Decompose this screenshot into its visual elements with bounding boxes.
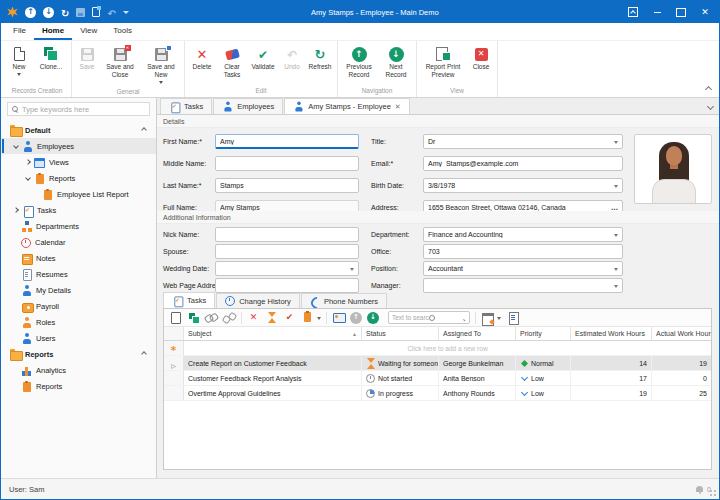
table-row[interactable]: Overtime Approval Guidelines In progress…: [164, 386, 711, 401]
detail-tab-change-history[interactable]: Change History: [216, 293, 300, 308]
new-button[interactable]: New: [5, 43, 33, 85]
cell-priority[interactable]: Low: [516, 386, 571, 400]
new-task-button[interactable]: [169, 311, 182, 324]
save-and-close-button[interactable]: Save and Close: [100, 43, 140, 86]
detail-tab-phone-numbers[interactable]: Phone Numbers: [301, 293, 387, 308]
assign-employee-button[interactable]: [332, 311, 345, 324]
cell-actual-hours[interactable]: 0: [652, 371, 711, 385]
birth-date-combo[interactable]: 3/8/1978: [423, 178, 623, 193]
clear-tasks-button[interactable]: Clear Tasks: [217, 43, 247, 85]
tab-file[interactable]: File: [5, 23, 34, 40]
manager-combo[interactable]: [423, 278, 623, 293]
sidebar-item-payroll[interactable]: Payroll: [1, 298, 156, 314]
previous-record-button[interactable]: [350, 312, 362, 324]
cell-subject[interactable]: Create Report on Customer Feedback: [184, 356, 362, 370]
sidebar-item-tasks[interactable]: Tasks: [1, 202, 156, 218]
mark-complete-button[interactable]: [283, 311, 296, 324]
chevron-down-icon[interactable]: [497, 317, 501, 322]
tab-close-icon[interactable]: [395, 102, 401, 111]
column-header-estimated-work-hours[interactable]: Estimated Work Hours: [571, 327, 652, 340]
sidebar-item-analytics[interactable]: Analytics: [1, 362, 156, 378]
chevron-down-icon[interactable]: [317, 317, 321, 322]
validate-button[interactable]: Validate: [247, 43, 279, 85]
sidebar-item-calendar[interactable]: Calendar: [1, 234, 156, 250]
qat-dropdown-icon[interactable]: [123, 11, 129, 17]
resize-grip[interactable]: [709, 489, 717, 497]
cell-estimated-hours[interactable]: 19: [571, 386, 652, 400]
next-record-button[interactable]: Next Record: [378, 43, 414, 85]
column-header-status[interactable]: Status: [362, 327, 439, 340]
new-window-icon[interactable]: [92, 7, 100, 17]
close-view-button[interactable]: Close: [467, 43, 495, 85]
previous-record-button[interactable]: Previous Record: [340, 43, 378, 85]
sidebar-item-departments[interactable]: Departments: [1, 218, 156, 234]
tab-view[interactable]: View: [72, 23, 105, 40]
next-record-button[interactable]: [367, 312, 379, 324]
email-input[interactable]: Amy_Stamps@example.com: [423, 156, 623, 171]
layout-options-button[interactable]: [481, 311, 494, 324]
delete-task-button[interactable]: [247, 311, 260, 324]
chevron-down-icon[interactable]: [614, 185, 618, 190]
chevron-down-icon[interactable]: [614, 268, 618, 273]
sidebar-item-users[interactable]: Users: [1, 330, 156, 346]
row-indicator[interactable]: [164, 386, 184, 400]
refresh-icon[interactable]: [61, 3, 69, 21]
cell-actual-hours[interactable]: 25: [652, 386, 711, 400]
sidebar-item-resumes[interactable]: Resumes: [1, 266, 156, 282]
expander-closed-icon[interactable]: [13, 207, 19, 213]
position-combo[interactable]: Accountant: [423, 261, 623, 276]
last-name-input[interactable]: Stamps: [215, 178, 359, 193]
chevron-down-icon[interactable]: [614, 234, 618, 239]
clone-task-button[interactable]: [187, 311, 200, 324]
minimize-button[interactable]: [645, 3, 669, 21]
column-header-assigned-to[interactable]: Assigned To: [439, 327, 516, 340]
tab-list-chevron-icon[interactable]: [707, 103, 714, 110]
cell-assigned-to[interactable]: Anita Benson: [439, 371, 516, 385]
delete-button[interactable]: Delete: [187, 43, 217, 85]
close-button[interactable]: [693, 3, 717, 21]
cell-actual-hours[interactable]: 19: [652, 356, 711, 370]
cell-subject[interactable]: Customer Feedback Report Analysis: [184, 371, 362, 385]
unlink-button[interactable]: [223, 311, 236, 324]
sidebar-item-views[interactable]: Views: [1, 154, 156, 170]
grid-search-input[interactable]: Text to search...: [388, 311, 470, 324]
first-name-input[interactable]: Amy: [215, 134, 359, 149]
cell-assigned-to[interactable]: George Bunkelman: [439, 356, 516, 370]
previous-record-icon[interactable]: [25, 7, 36, 18]
undo-button[interactable]: Undo: [279, 43, 305, 85]
sidebar-item-employee-list-report[interactable]: Employee List Report: [1, 186, 156, 202]
table-row[interactable]: Customer Feedback Report Analysis Not st…: [164, 371, 711, 386]
detail-tab-tasks[interactable]: Tasks: [163, 292, 215, 308]
column-header-subject[interactable]: Subject: [184, 327, 362, 340]
task-status-button[interactable]: [301, 311, 314, 324]
sidebar-item-notes[interactable]: Notes: [1, 250, 156, 266]
row-indicator[interactable]: [164, 356, 184, 370]
link-button[interactable]: [205, 311, 218, 324]
cell-priority[interactable]: Normal: [516, 356, 571, 370]
cell-priority[interactable]: Low: [516, 371, 571, 385]
chevron-down-icon[interactable]: [350, 268, 354, 273]
row-indicator[interactable]: [164, 371, 184, 385]
refresh-button[interactable]: Refresh: [305, 43, 335, 85]
print-preview-button[interactable]: [506, 311, 519, 324]
new-row[interactable]: Click here to add a new row: [164, 341, 711, 356]
expand-row-icon[interactable]: [171, 354, 176, 372]
cell-assigned-to[interactable]: Anthony Rounds: [439, 386, 516, 400]
office-input[interactable]: 703: [423, 244, 623, 259]
expander-open-icon[interactable]: [13, 143, 19, 149]
sidebar-search-input[interactable]: Type keywords here: [7, 102, 150, 116]
ribbon-display-options-button[interactable]: [621, 3, 645, 21]
sidebar-group-default[interactable]: Default: [1, 122, 156, 138]
sidebar-group-reports[interactable]: Reports: [1, 346, 156, 362]
sidebar-item-reports[interactable]: Reports: [1, 378, 156, 394]
nick-name-input[interactable]: [215, 227, 359, 242]
report-print-preview-button[interactable]: Report Print Preview: [419, 43, 467, 85]
sidebar-item-my-details[interactable]: My Details: [1, 282, 156, 298]
clone-button[interactable]: Clone...: [33, 43, 69, 85]
save-button[interactable]: Save: [74, 43, 100, 86]
notifications-bell-icon[interactable]: [695, 485, 704, 494]
title-combo[interactable]: Dr: [423, 134, 623, 149]
expander-open-icon[interactable]: [25, 175, 31, 181]
chevron-down-icon[interactable]: [614, 141, 618, 146]
document-tab-employees[interactable]: Employees: [213, 98, 283, 114]
